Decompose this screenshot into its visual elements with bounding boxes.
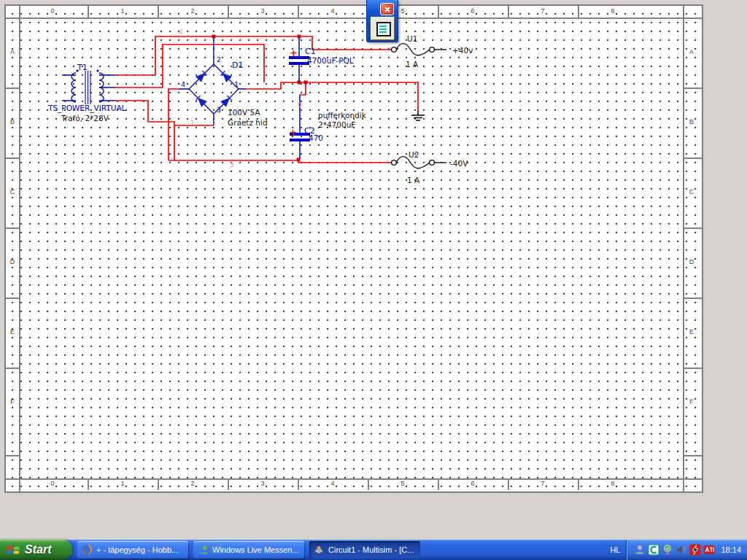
taskbar-button-firefox[interactable]: + - tápegység - Hobb... <box>77 541 188 559</box>
badge-check-icon[interactable] <box>662 544 673 556</box>
ati-icon[interactable] <box>703 544 715 556</box>
ruler-label: D <box>686 258 697 265</box>
volume-icon[interactable] <box>676 544 687 556</box>
ruler-tick <box>88 6 89 18</box>
ruler-label: 5 <box>398 480 408 487</box>
ruler-tick <box>683 228 702 229</box>
power-icon[interactable] <box>689 544 701 556</box>
ruler-tick <box>368 478 369 490</box>
ruler-tick <box>683 368 702 369</box>
ruler-label: F <box>686 398 697 405</box>
taskbar: Start + - tápegység - Hobb... Windows Li… <box>0 540 747 560</box>
ruler-label: 2 <box>187 480 198 487</box>
ruler-label: B <box>686 118 697 125</box>
ruler-label: 3 <box>258 480 268 487</box>
firefox-icon <box>81 544 93 556</box>
messenger-status-icon[interactable] <box>648 544 659 556</box>
ruler-tick <box>228 6 229 18</box>
ruler-tick <box>438 478 439 490</box>
multisim-desktop: { "floating_toolbar": { "icons": { "clos… <box>0 0 747 560</box>
taskbar-button-label: Windows Live Messen... <box>212 545 299 554</box>
ruler-label: 4 <box>328 7 338 15</box>
floating-toolbar[interactable] <box>366 0 398 42</box>
tray-clock[interactable]: 18:14 <box>721 545 741 554</box>
ruler-divider-top <box>6 18 702 19</box>
ruler-tick <box>683 88 702 89</box>
ruler-label: 5 <box>398 7 408 15</box>
ruler-label: B <box>7 118 18 125</box>
ruler-label: 3 <box>258 7 268 15</box>
ruler-label: 7 <box>538 7 548 15</box>
taskbar-button-label: + - tápegység - Hobb... <box>96 545 178 554</box>
ruler-tick <box>6 228 19 229</box>
ruler-divider-bottom <box>6 478 702 480</box>
ruler-divider-right <box>683 6 684 491</box>
windows-flag-icon <box>7 543 21 556</box>
ruler-label: E <box>686 328 697 335</box>
system-tray: 18:14 <box>626 540 747 560</box>
ruler-tick <box>683 298 702 299</box>
ruler-label: 4 <box>328 480 338 487</box>
messenger-icon <box>197 544 209 556</box>
ruler-label: C <box>686 188 697 195</box>
ruler-tick <box>508 6 509 18</box>
start-label: Start <box>25 543 51 556</box>
ruler-label: 1 <box>117 7 128 15</box>
ruler-label: 6 <box>468 480 478 487</box>
in-use-list-button[interactable] <box>371 17 395 40</box>
ruler-label: A <box>7 48 18 55</box>
ruler-label: 0 <box>47 7 58 15</box>
language-indicator[interactable]: HL <box>604 543 626 556</box>
close-icon[interactable] <box>380 3 394 15</box>
ruler-label: 0 <box>47 480 58 487</box>
ruler-tick <box>683 455 702 456</box>
ruler-tick <box>298 478 299 490</box>
user-icon[interactable] <box>634 544 646 556</box>
ruler-label: 8 <box>608 7 618 15</box>
ruler-label: 8 <box>608 480 618 487</box>
ruler-tick <box>578 6 579 18</box>
ruler-tick <box>683 158 702 159</box>
in-use-list-icon <box>376 22 391 36</box>
ruler-label: C <box>7 188 18 195</box>
ruler-label: 7 <box>538 480 548 487</box>
ruler-tick <box>88 478 89 490</box>
ruler-divider-left <box>19 6 20 491</box>
taskbar-button-label: Circuit1 - Multisim - [C... <box>328 545 414 554</box>
ruler-tick <box>6 158 19 159</box>
ruler-label: D <box>7 258 18 265</box>
ruler-label: A <box>686 48 697 55</box>
ruler-label: 6 <box>468 7 478 15</box>
ruler-tick <box>508 478 509 490</box>
ruler-tick <box>298 6 299 18</box>
ruler-tick <box>6 368 19 369</box>
taskbar-button-messenger[interactable]: Windows Live Messen... <box>193 541 304 559</box>
ruler-tick <box>158 6 159 18</box>
ruler-label: 2 <box>187 7 198 15</box>
ruler-tick <box>6 88 19 89</box>
ruler-label: 1 <box>117 480 128 487</box>
ruler-tick <box>578 478 579 490</box>
ruler-tick <box>438 6 439 18</box>
ruler-tick <box>158 478 159 490</box>
ruler-label: E <box>7 328 18 335</box>
ruler-tick <box>6 298 19 299</box>
ruler-tick <box>6 455 19 456</box>
ruler-label: F <box>7 398 18 405</box>
start-button[interactable]: Start <box>0 540 72 560</box>
taskbar-button-multisim[interactable]: Circuit1 - Multisim - [C... <box>309 541 420 559</box>
multisim-icon <box>313 544 325 556</box>
schematic-sheet[interactable]: 012345678 012345678 ABCDEF ABCDEF <box>6 6 702 491</box>
ruler-tick <box>228 478 229 490</box>
